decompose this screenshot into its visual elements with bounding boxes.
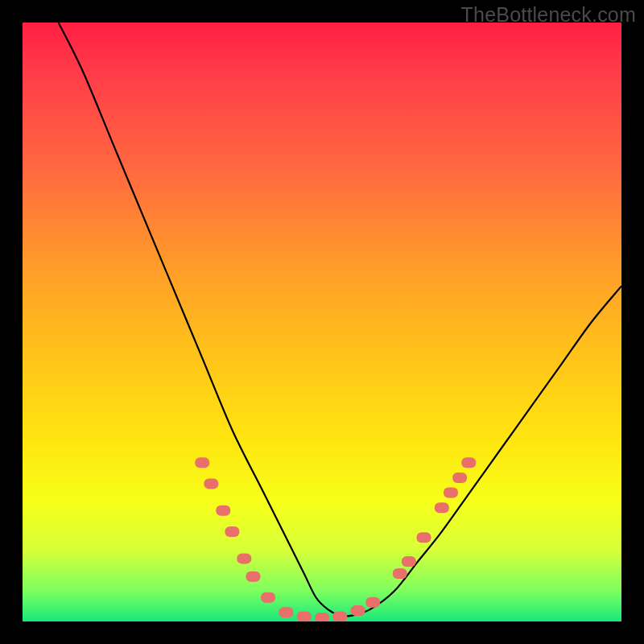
curve-marker [237,553,251,564]
curve-marker [279,607,293,617]
curve-marker [315,613,329,621]
curve-marker [402,556,416,567]
marker-group [195,457,476,621]
curve-marker [204,478,218,489]
curve-marker [461,457,476,468]
watermark-text: TheBottleneck.com [461,3,636,27]
curve-marker [416,532,431,543]
curve-marker [297,612,312,621]
curve-marker [444,488,458,498]
curve-marker [332,612,347,621]
curve-marker [351,605,365,616]
curve-marker [435,502,449,513]
curve-marker [261,592,275,603]
curve-marker [225,526,239,537]
curve-marker [216,506,230,516]
curve-marker [195,457,209,468]
curve-marker [393,568,407,579]
curve-svg [23,23,621,621]
curve-marker [452,473,467,483]
bottleneck-curve [59,23,621,616]
chart-plot-area [23,23,621,621]
curve-marker [246,572,260,582]
curve-marker [365,597,380,608]
